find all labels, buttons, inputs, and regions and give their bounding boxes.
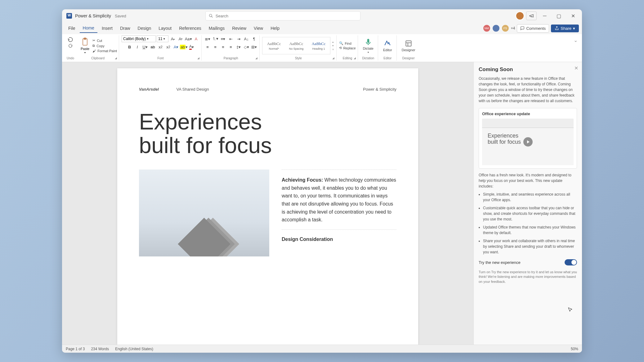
preview-thumbnail[interactable]: Experiencesbuilt for focus bbox=[482, 119, 574, 165]
font-name-value: Calibri (Body) bbox=[123, 37, 146, 41]
search-icon: 🔍 bbox=[339, 41, 343, 45]
header-center: VA Shared Design bbox=[176, 87, 209, 92]
subscript-button[interactable]: x2 bbox=[157, 43, 164, 50]
gallery-down-icon[interactable]: ▾ bbox=[332, 44, 334, 47]
gallery-up-icon[interactable]: ▴ bbox=[332, 40, 334, 43]
collab-avatar-1[interactable]: NM bbox=[483, 25, 490, 32]
collab-more[interactable]: +4 bbox=[511, 26, 515, 30]
close-pane-button[interactable]: ✕ bbox=[574, 65, 578, 71]
superscript-button[interactable]: x2 bbox=[165, 43, 172, 50]
try-experience-toggle[interactable] bbox=[565, 259, 577, 265]
tab-draw[interactable]: Draw bbox=[117, 24, 133, 33]
svg-line-1 bbox=[212, 16, 213, 18]
decrease-indent-button[interactable]: ⇤ bbox=[227, 35, 234, 42]
dictation-group-label: Dictation bbox=[360, 56, 376, 61]
share-button[interactable]: Share ▾ bbox=[551, 25, 579, 32]
styles-group-label: Style bbox=[295, 57, 302, 60]
editor-label: Editor bbox=[383, 48, 392, 52]
dictate-button[interactable]: Dictate▾ bbox=[360, 37, 376, 54]
paste-button[interactable]: Paste ▾ bbox=[79, 36, 91, 55]
editor-button[interactable]: Editor bbox=[381, 39, 395, 52]
maximize-button[interactable]: ▢ bbox=[553, 11, 565, 20]
copy-button[interactable]: ⧉Copy bbox=[92, 44, 117, 48]
align-right-button[interactable]: ≡ bbox=[220, 43, 226, 50]
replace-button[interactable]: ⟲Replace bbox=[339, 46, 356, 50]
document-heading: Experiencesbuilt for focus bbox=[139, 110, 396, 157]
dialog-launcher-icon[interactable]: ◢ bbox=[332, 57, 334, 60]
align-left-button[interactable]: ≡ bbox=[204, 43, 211, 50]
bold-button[interactable]: B bbox=[126, 43, 133, 50]
tab-file[interactable]: File bbox=[65, 24, 78, 33]
styles-gallery[interactable]: AaBbCcNormal* AaBbCcNo Spacing AaBbCcHea… bbox=[262, 37, 330, 54]
format-painter-button[interactable]: 🖌Format Paint bbox=[92, 49, 117, 53]
strikethrough-button[interactable]: ab bbox=[150, 43, 156, 50]
status-page[interactable]: Page 1 of 3 bbox=[66, 347, 85, 351]
close-button[interactable]: ✕ bbox=[567, 11, 579, 20]
text-effects-button[interactable]: A▾ bbox=[173, 43, 180, 50]
search-box[interactable] bbox=[205, 11, 360, 20]
collab-avatar-3[interactable]: FS bbox=[502, 25, 509, 32]
shading-button[interactable]: ◇▾ bbox=[243, 43, 250, 50]
minimize-button[interactable]: ─ bbox=[539, 11, 551, 20]
style-no-spacing[interactable]: AaBbCcNo Spacing bbox=[285, 38, 307, 53]
shrink-font-button[interactable]: A▾ bbox=[177, 35, 184, 42]
justify-button[interactable]: ≡ bbox=[227, 43, 234, 50]
comment-icon bbox=[520, 26, 525, 30]
dialog-launcher-icon[interactable]: ◢ bbox=[115, 57, 117, 60]
play-icon[interactable] bbox=[523, 137, 533, 147]
bullets-button[interactable]: ≣▾ bbox=[204, 35, 211, 42]
font-size-select[interactable]: 11▾ bbox=[157, 35, 168, 42]
tab-view[interactable]: View bbox=[251, 24, 266, 33]
collapse-ribbon-button[interactable]: ⌄ bbox=[572, 35, 579, 61]
style-normal[interactable]: AaBbCcNormal* bbox=[263, 38, 285, 53]
clear-format-button[interactable]: A bbox=[193, 35, 199, 42]
collab-avatar-2[interactable] bbox=[492, 25, 500, 32]
borders-button[interactable]: ⊞▾ bbox=[251, 43, 257, 50]
cut-button[interactable]: ✂Cut bbox=[92, 38, 117, 43]
tab-design[interactable]: Design bbox=[135, 24, 154, 33]
highlight-button[interactable]: ab▾ bbox=[181, 43, 187, 50]
grow-font-button[interactable]: A▴ bbox=[169, 35, 176, 42]
line-spacing-button[interactable]: ‡▾ bbox=[235, 43, 242, 50]
change-case-button[interactable]: Aa▾ bbox=[185, 35, 192, 42]
tab-help[interactable]: Help bbox=[267, 24, 283, 33]
app-window: Power & Simplicity Saved ─ ▢ ✕ File Home… bbox=[62, 9, 582, 353]
style-heading1[interactable]: AaBbCcHeading 1 bbox=[308, 38, 329, 53]
tab-home[interactable]: Home bbox=[80, 24, 97, 33]
dialog-launcher-icon[interactable]: ◢ bbox=[197, 57, 199, 60]
user-avatar[interactable] bbox=[516, 11, 524, 20]
zoom-level[interactable]: 50% bbox=[571, 347, 578, 351]
tab-mailings[interactable]: Mailings bbox=[206, 24, 228, 33]
tab-review[interactable]: Review bbox=[229, 24, 249, 33]
status-language[interactable]: English (United States) bbox=[115, 347, 153, 351]
font-name-select[interactable]: Calibri (Body)▾ bbox=[122, 35, 156, 42]
chevron-down-icon: ▾ bbox=[163, 37, 165, 40]
align-center-button[interactable]: ≡ bbox=[212, 43, 219, 50]
card-title: Office experience update bbox=[482, 111, 574, 116]
dialog-launcher-icon[interactable]: ◢ bbox=[354, 57, 356, 60]
document-canvas[interactable]: VanArsdel VA Shared Design Power & Simpl… bbox=[62, 62, 473, 345]
dialog-launcher-icon[interactable]: ◢ bbox=[255, 57, 257, 60]
status-bar: Page 1 of 3 234 Words English (United St… bbox=[62, 345, 582, 353]
numbering-button[interactable]: ⒈▾ bbox=[212, 35, 219, 42]
comments-button[interactable]: Comments bbox=[517, 24, 549, 33]
underline-button[interactable]: U▾ bbox=[142, 43, 149, 50]
sort-button[interactable]: A↓ bbox=[243, 35, 250, 42]
find-button[interactable]: 🔍Find bbox=[339, 41, 356, 45]
redo-icon[interactable] bbox=[68, 43, 73, 48]
gallery-more-icon[interactable]: ≡ bbox=[332, 48, 334, 51]
designer-button[interactable]: Designer bbox=[399, 39, 418, 52]
clipboard-group-label: Clipboard bbox=[91, 57, 105, 60]
multilevel-button[interactable]: ≡▾ bbox=[220, 35, 226, 42]
tab-references[interactable]: References bbox=[176, 24, 204, 33]
search-input[interactable] bbox=[216, 14, 357, 18]
italic-button[interactable]: I bbox=[134, 43, 141, 50]
tab-layout[interactable]: Layout bbox=[155, 24, 175, 33]
increase-indent-button[interactable]: ⇥ bbox=[235, 35, 242, 42]
show-marks-button[interactable]: ¶ bbox=[251, 35, 257, 42]
status-words[interactable]: 234 Words bbox=[91, 347, 109, 351]
undo-icon[interactable] bbox=[68, 37, 73, 42]
font-color-button[interactable]: A▾ bbox=[188, 43, 195, 50]
tab-insert[interactable]: Insert bbox=[99, 24, 116, 33]
megaphone-button[interactable] bbox=[526, 11, 537, 20]
